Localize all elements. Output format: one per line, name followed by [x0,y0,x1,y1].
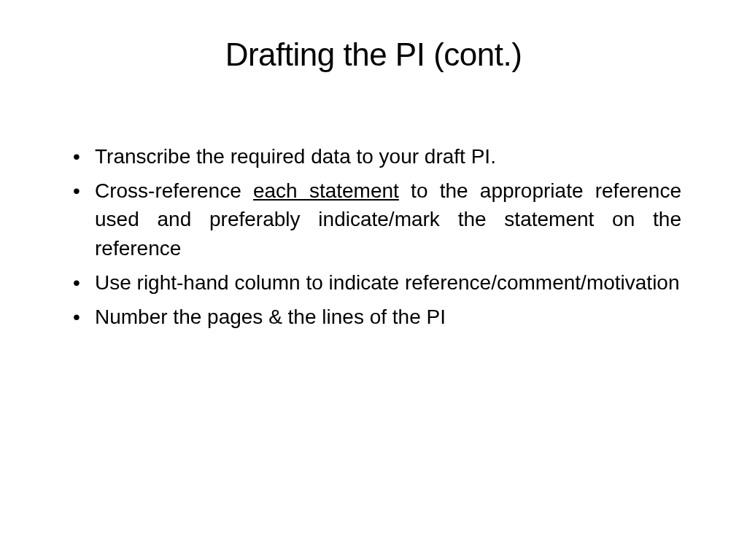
text-segment: Cross-reference [95,179,253,202]
list-item: Use right-hand column to indicate refere… [66,268,681,297]
list-item: Number the pages & the lines of the PI [66,303,681,331]
underlined-text: each statement [253,179,399,202]
list-item: Transcribe the required data to your dra… [66,142,681,171]
bullet-list: Transcribe the required data to your dra… [66,142,681,331]
slide-title: Drafting the PI (cont.) [66,36,681,73]
list-item: Cross-reference each statement to the ap… [66,176,681,262]
